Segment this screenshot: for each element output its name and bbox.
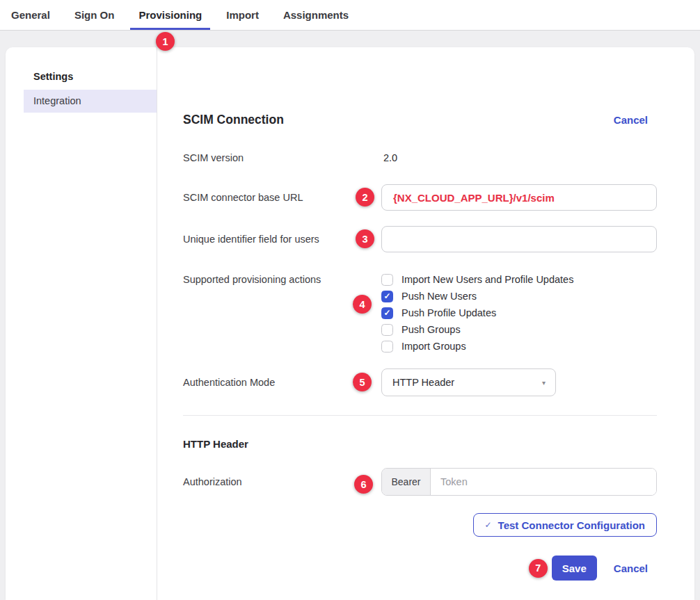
sidebar-item-integration[interactable]: Integration	[24, 90, 157, 113]
annotation-badge-4: 4	[353, 295, 372, 314]
cancel-link-top[interactable]: Cancel	[614, 114, 648, 126]
annotation-badge-1: 1	[156, 32, 175, 51]
sidebar-section-title: Settings	[6, 70, 157, 83]
form-header: SCIM Connection Cancel	[183, 111, 657, 128]
section-divider	[183, 415, 657, 416]
cancel-link-bottom[interactable]: Cancel	[614, 562, 648, 574]
auth-mode-select[interactable]: HTTP Header ▾	[381, 368, 556, 396]
check-icon: ✓	[485, 520, 492, 530]
unique-id-input[interactable]	[381, 226, 657, 252]
authorization-label: Authorization	[183, 476, 381, 487]
base-url-label: SCIM connector base URL	[183, 192, 381, 203]
app-tabbar: General Sign On Provisioning Import Assi…	[0, 0, 700, 31]
settings-sidebar: Settings Integration	[6, 47, 157, 600]
provisioning-actions-group: ✓ Import New Users and Profile Updates ✓…	[381, 271, 657, 355]
base-url-input[interactable]	[381, 184, 657, 211]
checkbox-label: Push Profile Updates	[401, 307, 496, 318]
tab-general[interactable]: General	[3, 0, 58, 30]
annotation-badge-3: 3	[356, 229, 374, 248]
checkbox-label: Push Groups	[401, 324, 461, 335]
unique-id-row: Unique identifier field for users 3	[183, 226, 657, 252]
scim-version-value: 2.0	[381, 152, 397, 163]
http-header-heading: HTTP Header	[183, 438, 657, 452]
authorization-row: Authorization 6 Bearer	[183, 468, 657, 496]
checkbox-row-import-groups: ✓ Import Groups	[381, 338, 657, 355]
page-title: SCIM Connection	[183, 113, 284, 127]
unique-id-label: Unique identifier field for users	[183, 234, 381, 245]
save-row: 7 Save Cancel	[183, 556, 657, 581]
auth-mode-label: Authentication Mode	[183, 377, 381, 388]
push-profile-updates-checkbox[interactable]: ✓	[381, 307, 393, 319]
checkbox-label: Import New Users and Profile Updates	[401, 274, 573, 285]
tab-provisioning[interactable]: Provisioning	[130, 0, 210, 30]
import-groups-checkbox[interactable]: ✓	[381, 341, 393, 352]
token-input[interactable]	[431, 469, 656, 495]
checkbox-row-push-new-users: ✓ Push New Users	[381, 288, 657, 305]
provisioning-card: Settings Integration SCIM Connection Can…	[6, 47, 694, 600]
check-icon: ✓	[383, 292, 390, 300]
checkbox-row-push-profile-updates: ✓ Push Profile Updates	[381, 305, 657, 321]
auth-mode-row: Authentication Mode 5 HTTP Header ▾	[183, 368, 657, 396]
tab-assignments[interactable]: Assignments	[275, 0, 357, 30]
checkbox-label: Push New Users	[401, 291, 477, 302]
test-connector-row: ✓ Test Connector Configuration	[183, 513, 657, 537]
push-groups-checkbox[interactable]: ✓	[381, 324, 393, 336]
base-url-row: SCIM connector base URL 2	[183, 184, 657, 211]
bearer-prefix: Bearer	[382, 469, 431, 495]
scim-version-row: SCIM version 2.0	[183, 151, 657, 165]
annotation-badge-2: 2	[356, 188, 374, 206]
checkbox-label: Import Groups	[401, 341, 466, 352]
save-button[interactable]: Save	[552, 556, 597, 581]
test-connector-button[interactable]: ✓ Test Connector Configuration	[473, 513, 657, 537]
check-icon: ✓	[383, 309, 390, 317]
tab-import[interactable]: Import	[218, 0, 267, 30]
annotation-badge-7: 7	[529, 559, 548, 578]
annotation-badge-6: 6	[354, 475, 373, 494]
chevron-down-icon: ▾	[542, 379, 546, 387]
import-users-checkbox[interactable]: ✓	[381, 274, 393, 286]
push-new-users-checkbox[interactable]: ✓	[381, 291, 393, 302]
tab-sign-on[interactable]: Sign On	[66, 0, 123, 30]
provisioning-actions-row: Supported provisioning actions 4 ✓ Impor…	[183, 271, 657, 355]
provisioning-actions-label: Supported provisioning actions	[183, 271, 381, 355]
authorization-input-group: Bearer	[381, 468, 657, 496]
scim-version-label: SCIM version	[183, 152, 381, 163]
annotation-badge-5: 5	[353, 373, 372, 391]
checkbox-row-push-groups: ✓ Push Groups	[381, 321, 657, 338]
scim-connection-form: SCIM Connection Cancel SCIM version 2.0 …	[157, 47, 694, 600]
auth-mode-selected-value: HTTP Header	[392, 377, 454, 388]
test-connector-button-label: Test Connector Configuration	[498, 519, 645, 531]
checkbox-row-import-users: ✓ Import New Users and Profile Updates	[381, 271, 657, 288]
